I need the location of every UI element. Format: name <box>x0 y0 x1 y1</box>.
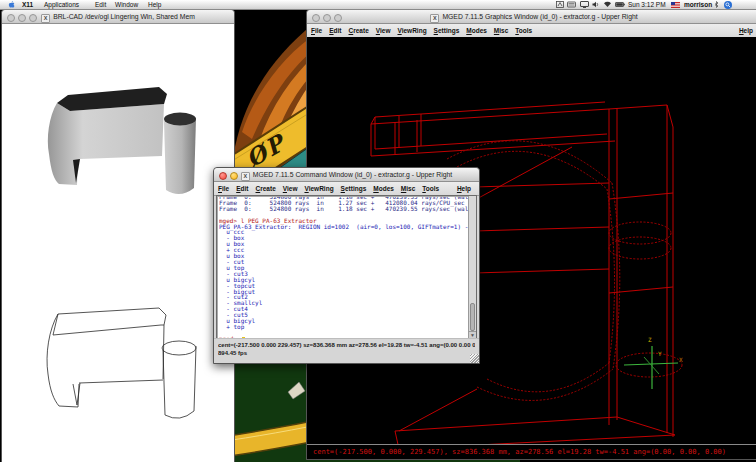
shaded-extractor-model <box>48 87 196 194</box>
brlcad-window[interactable]: XBRL-CAD /dev/ogl Lingering Win, Shared … <box>1 9 235 462</box>
menubar-username[interactable]: morrison <box>684 0 712 9</box>
menubar-item-window[interactable]: Window <box>115 0 138 9</box>
brlcad-titlebar[interactable]: XBRL-CAD /dev/ogl Lingering Win, Shared … <box>2 10 234 24</box>
wireframe-extractor-model <box>47 308 196 418</box>
menubar-item-applications[interactable]: Applications <box>44 0 79 9</box>
menu-item[interactable]: Create <box>256 185 276 192</box>
graphics-titlebar[interactable]: XMGED 7.11.5 Graphics Window (id_0) - ex… <box>307 10 756 24</box>
menu-item-help[interactable]: Help <box>457 185 471 192</box>
status-coordinates: cent=(-217.500 0.000 229.457) sz=836.368… <box>218 341 475 349</box>
menu-item[interactable]: Tools <box>422 185 439 192</box>
spotlight-icon[interactable] <box>724 1 732 9</box>
menu-item[interactable]: Modes <box>466 27 487 34</box>
command-status-bar: cent=(-217.500 0.000 229.457) sz=836.368… <box>214 338 479 363</box>
menubar-clock[interactable]: Sun 3:12 PM <box>628 0 666 9</box>
character-palette-icon[interactable] <box>556 1 564 8</box>
terminal-line: PEG_PA-63_Extractor: REGION id=1002 (air… <box>219 224 468 230</box>
terminal-line: Frame 0: 524800 rays in 1.18 sec + 47023… <box>219 206 468 212</box>
apple-menu-icon[interactable] <box>8 1 15 8</box>
resize-grip[interactable] <box>470 354 479 363</box>
axis-label-y: Y <box>658 350 662 357</box>
x11-window-icon: X <box>430 14 439 23</box>
menu-item[interactable]: Tools <box>515 27 532 34</box>
menu-item[interactable]: Edit <box>329 27 341 34</box>
airport-wifi-icon[interactable] <box>603 1 612 8</box>
scrollbar[interactable]: ▼ <box>468 196 476 339</box>
menu-item[interactable]: Edit <box>236 185 248 192</box>
command-titlebar[interactable]: XMGED 7.11.5 Command Window (id_0) - ext… <box>214 168 479 182</box>
menu-item[interactable]: Settings <box>341 185 367 192</box>
command-window-title: XMGED 7.11.5 Command Window (id_0) - ext… <box>214 168 479 181</box>
menu-item-help[interactable]: Help <box>739 27 753 34</box>
menu-item[interactable]: Modes <box>373 185 394 192</box>
graphics-status-bar: cent=(-217.500, 0.000, 229.457), sz=836.… <box>307 444 756 459</box>
us-flag-input-icon[interactable] <box>671 2 680 8</box>
x11-window-icon: X <box>241 172 250 181</box>
menu-item[interactable]: Misc <box>494 27 508 34</box>
menu-item[interactable]: ViewRing <box>397 27 426 34</box>
displays-icon[interactable] <box>580 1 589 8</box>
keyboard-icon[interactable] <box>567 1 576 8</box>
brlcad-render <box>2 24 234 462</box>
menu-item[interactable]: Settings <box>434 27 460 34</box>
status-fps: 894.45 fps <box>218 349 475 357</box>
view-axes: Z Y X <box>624 336 683 389</box>
brlcad-canvas[interactable] <box>2 24 234 462</box>
menubar-item-help[interactable]: Help <box>148 0 161 9</box>
mged-command-window[interactable]: XMGED 7.11.5 Command Window (id_0) - ext… <box>213 167 480 364</box>
menu-item[interactable]: Misc <box>401 185 415 192</box>
axis-label-x: X <box>679 356 683 363</box>
menubar-app-name[interactable]: X11 <box>22 0 33 9</box>
scrollbar-thumb[interactable] <box>470 303 475 331</box>
mac-menubar: X11 Applications Edit Window Help S <box>0 0 756 10</box>
menu-item[interactable]: ViewRing <box>304 185 333 192</box>
bluetooth-icon[interactable] <box>714 1 719 8</box>
menu-item[interactable]: File <box>311 27 322 34</box>
axis-label-z: Z <box>648 336 652 343</box>
volume-icon[interactable] <box>592 1 599 8</box>
battery-icon[interactable] <box>615 1 625 8</box>
graphics-window-title: XMGED 7.11.5 Graphics Window (id_0) - ex… <box>307 10 756 23</box>
menu-item[interactable]: File <box>218 185 229 192</box>
x11-window-icon: X <box>41 14 50 23</box>
command-text-area[interactable]: Frame 0: 524800 rays in 1.18 sec + 47023… <box>216 195 477 340</box>
menubar-item-edit[interactable]: Edit <box>95 0 106 9</box>
desktop: ØP XBRL-CAD /dev/ogl Lingering Win, Shar… <box>0 0 756 462</box>
menu-item[interactable]: View <box>376 27 391 34</box>
menu-item[interactable]: View <box>283 185 298 192</box>
terminal-output: Frame 0: 524800 rays in 1.18 sec + 47023… <box>219 197 468 339</box>
command-menubar: FileEditCreateViewViewRingSettingsModesM… <box>214 182 479 196</box>
menu-item[interactable]: Create <box>349 27 369 34</box>
graphics-menubar: FileEditCreateViewViewRingSettingsModesM… <box>307 24 756 38</box>
brlcad-window-title: XBRL-CAD /dev/ogl Lingering Win, Shared … <box>2 10 234 23</box>
